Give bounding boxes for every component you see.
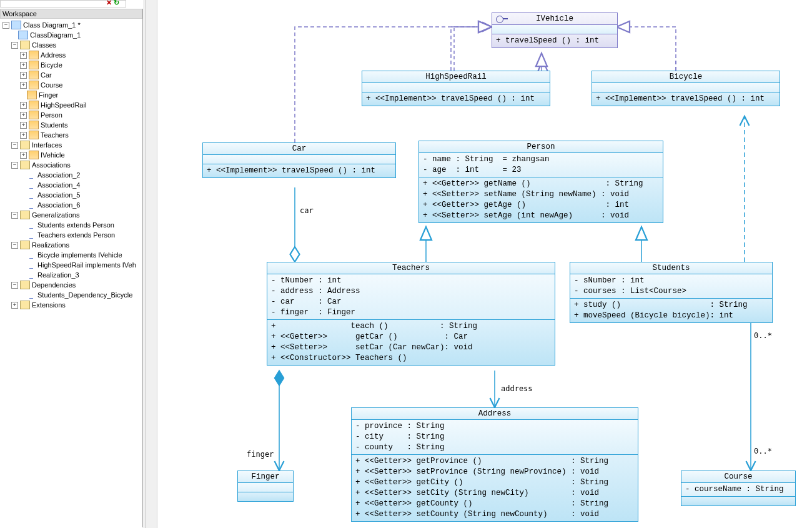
class-icon bbox=[29, 71, 39, 79]
workspace-panel: Workspace −Class Diagram_1 * ClassDiagra… bbox=[0, 9, 143, 527]
multiplicity-label: 0..* bbox=[754, 331, 772, 340]
class-ivehicle[interactable]: IVehicle + travelSpeed () : int bbox=[492, 12, 618, 48]
assoc-label-car: car bbox=[300, 206, 314, 215]
filter-controls[interactable]: ✕ ↻ bbox=[106, 0, 119, 7]
class-icon bbox=[29, 121, 39, 129]
class-icon bbox=[29, 151, 39, 159]
relation-icon: ⎯ bbox=[27, 201, 36, 209]
class-highspeedrail[interactable]: HighSpeedRail + <<Implement>> travelSpee… bbox=[362, 71, 550, 106]
class-icon bbox=[29, 61, 39, 69]
tree-item[interactable]: +HighSpeedRail bbox=[19, 100, 142, 110]
folder-icon bbox=[20, 241, 30, 249]
project-tree[interactable]: −Class Diagram_1 * ClassDiagram_1 −Class… bbox=[0, 19, 142, 310]
clear-icon[interactable]: ✕ bbox=[106, 0, 112, 6]
tree-item[interactable]: +Car bbox=[19, 70, 142, 80]
folder-icon bbox=[20, 41, 30, 49]
assoc-label-finger: finger bbox=[247, 450, 274, 459]
class-course[interactable]: Course - courseName : String bbox=[681, 471, 796, 506]
class-title: HighSpeedRail bbox=[362, 71, 550, 83]
tree-item[interactable]: ⎯Association_6 bbox=[19, 200, 142, 210]
tree-item[interactable]: ⎯Students_Dependency_Bicycle bbox=[19, 290, 142, 300]
class-car[interactable]: Car + <<Implement>> travelSpeed () : int bbox=[202, 142, 396, 178]
relation-icon: ⎯ bbox=[27, 171, 36, 179]
tree-item[interactable]: +IVehicle bbox=[19, 150, 142, 160]
attributes-empty bbox=[592, 83, 780, 92]
folder-icon bbox=[20, 161, 30, 169]
operations-empty bbox=[238, 492, 293, 501]
attributes: - name : String = zhangsan - age : int =… bbox=[419, 153, 663, 177]
tree-item[interactable]: ⎯HighSpeedRail implements IVeh bbox=[19, 260, 142, 270]
class-title: Teachers bbox=[267, 262, 555, 274]
tree-item[interactable]: ⎯Teachers extends Person bbox=[19, 230, 142, 240]
tree-folder-associations[interactable]: −Associations bbox=[10, 160, 142, 170]
tree-item[interactable]: +Teachers bbox=[19, 130, 142, 140]
class-title: Students bbox=[570, 262, 772, 274]
tree-item[interactable]: +Course bbox=[19, 80, 142, 90]
relation-icon: ⎯ bbox=[27, 291, 36, 299]
tree-item[interactable]: ⎯Realization_3 bbox=[19, 270, 142, 280]
tree-item[interactable]: ⎯Association_4 bbox=[19, 180, 142, 190]
class-bicycle[interactable]: Bicycle + <<Implement>> travelSpeed () :… bbox=[592, 71, 780, 106]
tree-item[interactable]: ⎯Bicycle implements IVehicle bbox=[19, 250, 142, 260]
class-title: Bicycle bbox=[592, 71, 780, 83]
class-icon bbox=[29, 81, 39, 89]
operations: + <<Implement>> travelSpeed () : int bbox=[592, 92, 780, 106]
diagram-canvas[interactable]: Bicycle (dashed open arrow up) --> IVehi… bbox=[157, 0, 812, 528]
relation-icon: ⎯ bbox=[27, 191, 36, 199]
diagram-icon bbox=[18, 31, 28, 39]
class-title: Car bbox=[203, 143, 395, 155]
tree-item[interactable]: +Address bbox=[19, 50, 142, 60]
operations: + study () : String + moveSpeed (Bicycle… bbox=[570, 299, 772, 322]
class-icon bbox=[29, 101, 39, 109]
attributes: - tNumber : int - address : Address - ca… bbox=[267, 274, 555, 320]
relation-icon: ⎯ bbox=[27, 181, 36, 189]
tree-folder-generalizations[interactable]: −Generalizations bbox=[10, 210, 142, 220]
class-finger[interactable]: Finger bbox=[237, 471, 294, 502]
tree-item[interactable]: +Bicycle bbox=[19, 60, 142, 70]
interface-icon bbox=[496, 16, 503, 23]
folder-icon bbox=[20, 211, 30, 219]
attributes-empty bbox=[492, 25, 617, 34]
relation-icon: ⎯ bbox=[27, 251, 36, 259]
class-icon bbox=[29, 111, 39, 119]
attributes-empty bbox=[238, 483, 293, 492]
class-address[interactable]: Address - province : String - city : Str… bbox=[351, 407, 638, 522]
attributes-empty bbox=[362, 83, 550, 92]
tree-folder-dependencies[interactable]: −Dependencies bbox=[10, 280, 142, 290]
tree-item[interactable]: ⎯Association_2 bbox=[19, 170, 142, 180]
class-icon bbox=[29, 131, 39, 139]
folder-icon bbox=[20, 301, 30, 309]
class-title: Person bbox=[419, 141, 663, 153]
tree-item[interactable]: Finger bbox=[19, 90, 142, 100]
scrollbar-vertical[interactable] bbox=[146, 0, 157, 528]
attributes: - province : String - city : String - co… bbox=[352, 420, 638, 455]
refresh-icon[interactable]: ↻ bbox=[114, 0, 119, 6]
tree-diagram[interactable]: ClassDiagram_1 bbox=[10, 30, 142, 40]
class-title: Course bbox=[681, 471, 795, 483]
tree-item[interactable]: +Students bbox=[19, 120, 142, 130]
tree-folder-realizations[interactable]: −Realizations bbox=[10, 240, 142, 250]
operations: + <<Implement>> travelSpeed () : int bbox=[362, 92, 550, 106]
class-teachers[interactable]: Teachers - tNumber : int - address : Add… bbox=[267, 262, 555, 366]
operations: + <<Getter>> getName () : String + <<Set… bbox=[419, 177, 663, 222]
tree-item[interactable]: ⎯Students extends Person bbox=[19, 220, 142, 230]
class-title: IVehicle bbox=[492, 13, 617, 25]
relation-icon: ⎯ bbox=[27, 221, 36, 229]
class-person[interactable]: Person - name : String = zhangsan - age … bbox=[418, 141, 663, 223]
tree-item[interactable]: +Person bbox=[19, 110, 142, 120]
model-icon bbox=[11, 21, 21, 29]
operations: + <<Implement>> travelSpeed () : int bbox=[203, 164, 395, 177]
multiplicity-label: 0..* bbox=[754, 447, 772, 456]
tree-root[interactable]: −Class Diagram_1 * bbox=[1, 20, 142, 30]
class-students[interactable]: Students - sNumber : int - courses : Lis… bbox=[570, 262, 773, 323]
operations-empty bbox=[681, 497, 795, 506]
tree-folder-extensions[interactable]: +Extensions bbox=[10, 300, 142, 310]
operations: + teach () : String + <<Getter>> getCar … bbox=[267, 320, 555, 365]
tree-folder-interfaces[interactable]: −Interfaces bbox=[10, 140, 142, 150]
folder-icon bbox=[20, 281, 30, 289]
class-title: Address bbox=[352, 408, 638, 420]
tree-item[interactable]: ⎯Association_5 bbox=[19, 190, 142, 200]
class-icon bbox=[29, 51, 39, 59]
tree-folder-classes[interactable]: −Classes bbox=[10, 40, 142, 50]
relation-icon: ⎯ bbox=[27, 271, 36, 279]
